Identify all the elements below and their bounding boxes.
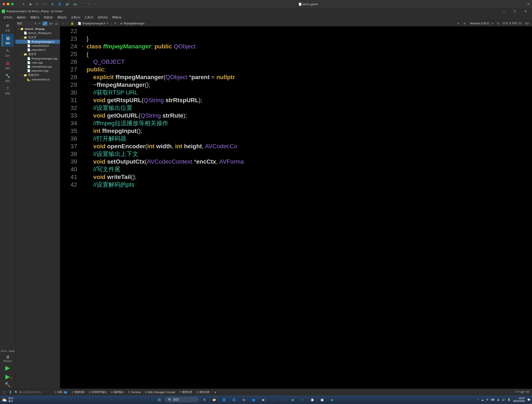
target-selector[interactable]: demo...mpeg	[0, 348, 15, 353]
code-line[interactable]: void getRtspURL(QString strRtspURL);	[87, 96, 530, 104]
export-icon[interactable]: ⤴	[89, 3, 90, 6]
onedrive-icon[interactable]: ☁	[481, 398, 484, 401]
output-tab[interactable]: 5 Terminal	[126, 390, 143, 395]
explorer-icon[interactable]: 📁	[210, 396, 218, 403]
battery-icon[interactable]: 🔋	[507, 398, 510, 401]
maximize-button[interactable]: ☐	[510, 8, 520, 14]
kit-selector[interactable]: 🖥 Release	[0, 353, 15, 364]
taskbar-search[interactable]: 🔍 搜索	[165, 397, 199, 403]
tree-item[interactable]: 📄main.cpp	[15, 61, 60, 65]
qt-creator-icon[interactable]: ◆	[328, 396, 336, 403]
locator-input[interactable]: 🔍 输入以定位(Ctrl+K)	[13, 390, 51, 394]
build-button[interactable]: 🔨	[0, 381, 15, 389]
more-tabs-icon[interactable]: ▾	[213, 390, 218, 395]
tree-item[interactable]: 📄demo1_ffmpeg.pro	[15, 31, 60, 35]
rail-mode-欢迎[interactable]: ⊞欢迎	[2, 21, 14, 34]
code-line[interactable]: //设置输出位置	[87, 104, 530, 112]
edge-icon[interactable]: 🌀	[229, 396, 238, 403]
tree-item[interactable]: 📄playvideo.cpp	[15, 69, 60, 73]
link-icon[interactable]: 🔗	[42, 21, 48, 26]
rail-mode-项目[interactable]: 🔧项目	[2, 72, 14, 84]
tree-item[interactable]: ▾📁界面文件	[15, 73, 60, 78]
menu-item[interactable]: 工具(T)	[83, 15, 95, 20]
weather-widget[interactable]: ⛅ 26°C 多云	[2, 397, 14, 403]
vs-icon[interactable]: ∞	[279, 396, 287, 403]
tree-item[interactable]: 📄ffmpegmananger.cpp	[15, 57, 60, 61]
menu-item[interactable]: 视图(V)	[29, 15, 41, 20]
ime-mode[interactable]: ⌨	[491, 398, 494, 401]
code-line[interactable]: void writeTail();	[87, 173, 530, 181]
refresh-icon[interactable]: ↻	[36, 3, 38, 6]
symbol-dropdown[interactable]: ◆ ffmpegMananger ▾	[119, 21, 461, 25]
volume-icon[interactable]: 🔊	[502, 398, 505, 401]
ime-indicator[interactable]: 中	[486, 398, 488, 401]
user-icon[interactable]: 👤	[58, 3, 61, 6]
output-tab[interactable]: 4 编译输出	[109, 390, 126, 395]
code-content[interactable]: }class ffmpegMananger: public QObject{ Q…	[85, 26, 532, 389]
panel-toggle-icon[interactable]: ▐	[8, 391, 12, 394]
code-line[interactable]: ~ffmpegMananger();	[87, 81, 530, 89]
code-line[interactable]: void setOutputCtx(AVCodecContext *encCtx…	[87, 158, 530, 166]
tree-item[interactable]: 📐mainwindow.ui	[15, 78, 60, 81]
print-icon[interactable]: 🖶	[51, 3, 54, 6]
close-window-icon[interactable]	[3, 3, 5, 5]
code-line[interactable]: void getOutURL(QString strRute);	[87, 112, 530, 119]
expand-icon[interactable]: ▾	[17, 28, 20, 30]
notifications-icon[interactable]: 💬	[527, 398, 530, 401]
run-button[interactable]: ▶	[0, 364, 15, 372]
close-editor-icon[interactable]: ✕	[113, 22, 117, 25]
rail-mode-设计[interactable]: ✎设计	[2, 46, 14, 59]
code-line[interactable]: Q_OBJECT	[87, 58, 530, 66]
close-split-icon[interactable]: ⊡	[55, 22, 58, 25]
rail-mode-调试[interactable]: 🐞调试	[2, 59, 14, 72]
menu-item[interactable]: 编辑(E)	[15, 15, 28, 20]
record-icon[interactable]: ▣	[29, 3, 32, 6]
phone-icon[interactable]: 📱	[81, 3, 84, 6]
rail-mode-帮助[interactable]: ?帮助	[2, 84, 14, 97]
minimize-button[interactable]: —	[499, 8, 509, 14]
add-split-icon[interactable]: ⊞+	[49, 22, 54, 25]
video-icon[interactable]: 📹	[73, 3, 77, 6]
expand-icon[interactable]: ▾	[20, 36, 23, 39]
menu-item[interactable]: 调试(D)	[56, 15, 68, 20]
panel-title[interactable]: 项目	[17, 22, 33, 25]
panel-icon[interactable]: ⧉	[527, 2, 529, 6]
tree-item[interactable]: 📄mainwindow.h	[15, 44, 60, 48]
chrome-icon[interactable]: 🌐	[220, 396, 228, 403]
code-line[interactable]: public:	[87, 66, 530, 73]
tree-item[interactable]: ▾📁源文件	[15, 52, 60, 57]
store-icon[interactable]: 🛍	[239, 396, 248, 403]
tree-item[interactable]: 📄ffmpegmananger.h	[15, 40, 60, 44]
code-line[interactable]: //ffmpeg拉流播放等相关操作	[87, 119, 530, 127]
app-icon[interactable]: 📋	[308, 396, 317, 403]
menu-item[interactable]: 分析(A)	[69, 15, 82, 20]
tree-item[interactable]: ▾📁头文件	[15, 35, 60, 40]
dropdown-icon[interactable]: ▾	[35, 22, 36, 25]
powershell-icon[interactable]: ▣	[259, 396, 267, 403]
code-line[interactable]: //设置解码的pts	[87, 181, 530, 189]
menu-item[interactable]: 帮助(H)	[110, 15, 123, 20]
close-sidebar-icon[interactable]: ▢	[2, 391, 7, 394]
task-view-icon[interactable]: ⧉	[200, 396, 209, 403]
output-tab[interactable]: 2 搜索结果	[70, 390, 87, 395]
clock[interactable]: 20:07 2023/10/25	[513, 397, 525, 403]
file-dropdown[interactable]: 📄 ffmpegmananger.h ▾	[76, 21, 110, 25]
menu-item[interactable]: 构建(B)	[42, 15, 55, 20]
tree-item[interactable]: 📄playvideo.h	[15, 48, 60, 52]
code-line[interactable]: }	[87, 35, 530, 43]
code-line[interactable]: //打开解码器	[87, 135, 530, 143]
output-tab[interactable]: 6 QML Debugger Console	[143, 390, 177, 395]
tree-item[interactable]: ▾📁demo1_ffmpeg	[15, 27, 60, 31]
menu-item[interactable]: 控件(W)	[96, 15, 110, 20]
obs-icon[interactable]: ⬤	[318, 396, 326, 403]
pause-icon[interactable]: ⏸	[22, 3, 25, 6]
lock-icon[interactable]: 🔓	[70, 22, 75, 25]
code-line[interactable]: {	[87, 50, 530, 58]
code-line[interactable]: int ffmepgInput();	[87, 127, 530, 135]
output-tab[interactable]: 9 测试结果	[194, 390, 212, 395]
volume-icon[interactable]: 🔊	[66, 3, 69, 6]
code-line[interactable]: class ffmpegMananger: public QObject	[87, 43, 530, 50]
expand-icon[interactable]: ▾	[20, 53, 23, 55]
expand-icon[interactable]: ▾	[20, 74, 23, 76]
start-button[interactable]: ⊞	[155, 396, 164, 403]
